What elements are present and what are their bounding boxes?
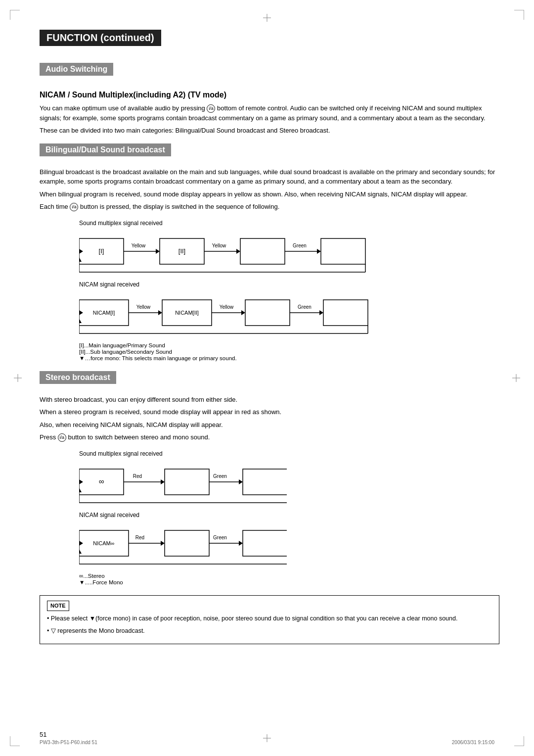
bilingual-header: Bilingual/Dual Sound broadcast	[40, 143, 171, 156]
stereo-legend-1: ∞...Stereo	[79, 573, 499, 579]
bilingual-diagram2-label: NICAM signal received	[79, 281, 499, 288]
svg-marker-35	[319, 310, 323, 315]
bilingual-para2: When bilingual program is received, soun…	[40, 189, 499, 199]
bilingual-para3: Each time i/a button is pressed, the dis…	[40, 202, 499, 212]
page: FUNCTION (continued) Audio Switching NIC…	[0, 0, 534, 756]
bilingual-flow-diagram1: [I] Yellow [II] Yellow Green	[79, 229, 396, 273]
crosshair-top	[263, 14, 271, 22]
svg-marker-12	[317, 249, 321, 254]
svg-text:Green: Green	[298, 304, 312, 310]
button-icon2: i/a	[58, 433, 66, 442]
svg-text:Green: Green	[213, 473, 227, 479]
corner-mark-tl	[10, 10, 20, 20]
svg-marker-3	[156, 249, 160, 254]
svg-text:Red: Red	[133, 473, 142, 479]
svg-rect-37	[323, 300, 368, 326]
svg-text:NICAM[I]: NICAM[I]	[93, 310, 115, 316]
svg-text:NICAM[II]: NICAM[II]	[175, 310, 199, 316]
stereo-para4: Press i/a button to switch between stere…	[40, 432, 499, 442]
svg-text:[II]: [II]	[178, 247, 185, 255]
stereo-para2: When a stereo program is received, sound…	[40, 407, 499, 417]
stereo-diagram1: Sound multiplex signal received ∞ Red Gr…	[79, 450, 499, 504]
crosshair-right	[512, 374, 520, 382]
stereo-diagram2-label: NICAM signal received	[79, 512, 499, 519]
svg-marker-67	[239, 541, 243, 546]
note-bullet-1: • Please select ▼(force mono) in case of…	[47, 614, 492, 623]
stereo-para1: With stereo broadcast, you can enjoy dif…	[40, 395, 499, 405]
bilingual-legend: [I]...Main language/Primary Sound [II]..…	[79, 342, 499, 361]
legend-line-2: [II]...Sub language/Secondary Sound	[79, 349, 499, 355]
bilingual-nicam-diagram: NICAM[I] Yellow NICAM[II] Yellow Green	[79, 290, 396, 334]
nicam-para2: These can be divided into two main categ…	[40, 126, 499, 136]
legend-line-1: [I]...Main language/Primary Sound	[79, 342, 499, 348]
svg-marker-51	[239, 479, 243, 484]
svg-text:Yellow: Yellow	[212, 243, 226, 248]
stereo-legend: ∞...Stereo ▼.....Force Mono	[79, 573, 499, 585]
note-bullet-2: • ▽ represents the Mono broadcast.	[47, 626, 492, 636]
stereo-diagram1-label: Sound multiplex signal received	[79, 450, 499, 457]
svg-text:∞: ∞	[99, 477, 104, 485]
stereo-header: Stereo broadcast	[40, 371, 116, 384]
footer: PW3-3th-P51-P60.indd 51 2006/03/31 9:15:…	[40, 740, 494, 745]
corner-mark-bl	[10, 736, 20, 746]
svg-text:Green: Green	[213, 535, 227, 540]
svg-text:NICAM∞: NICAM∞	[93, 540, 114, 546]
button-icon: i/a	[70, 203, 78, 211]
corner-mark-tr	[514, 10, 524, 20]
remote-icon: i/a	[207, 104, 215, 113]
bilingual-para1: Bilingual broadcast is the broadcast ava…	[40, 167, 499, 187]
footer-left: PW3-3th-P51-P60.indd 51	[40, 740, 97, 745]
svg-text:Yellow: Yellow	[220, 304, 234, 310]
svg-marker-31	[241, 310, 245, 315]
svg-text:Yellow: Yellow	[136, 304, 151, 310]
stereo-flow-diagram1: ∞ Red Green	[79, 459, 287, 504]
audio-switching-header: Audio Switching	[40, 63, 113, 76]
svg-marker-26	[158, 310, 162, 315]
svg-text:Red: Red	[135, 535, 144, 540]
svg-rect-14	[321, 238, 365, 264]
note-section: NOTE • Please select ▼(force mono) in ca…	[40, 595, 499, 644]
nicam-section-title: NICAM / Sound Multiplex(including A2) (T…	[40, 91, 499, 99]
note-label: NOTE	[47, 601, 69, 612]
bilingual-diagram1: Sound multiplex signal received [I] Yell…	[79, 220, 499, 273]
svg-rect-65	[165, 530, 209, 556]
stereo-diagram2: NICAM signal received NICAM∞ Red Green	[79, 512, 499, 565]
svg-rect-10	[240, 238, 285, 264]
page-number: 51	[40, 731, 46, 738]
stereo-legend-2: ▼.....Force Mono	[79, 579, 499, 585]
svg-rect-49	[165, 469, 209, 495]
svg-text:Green: Green	[293, 243, 307, 248]
svg-marker-8	[236, 249, 240, 254]
svg-text:[I]: [I]	[99, 247, 104, 255]
stereo-nicam-diagram: NICAM∞ Red Green	[79, 520, 287, 565]
svg-rect-69	[243, 530, 287, 556]
svg-rect-33	[245, 300, 290, 326]
corner-mark-br	[514, 736, 524, 746]
main-section-header: FUNCTION (continued)	[40, 30, 161, 46]
crosshair-left	[14, 374, 22, 382]
stereo-para3: Also, when receiving NICAM signals, NICA…	[40, 420, 499, 430]
svg-text:Yellow: Yellow	[132, 243, 146, 248]
legend-line-3: ▼…force mono: This selects main language…	[79, 355, 499, 361]
nicam-para1: You can make optimum use of available au…	[40, 103, 499, 123]
bilingual-diagram1-label: Sound multiplex signal received	[79, 220, 499, 227]
svg-rect-53	[243, 469, 287, 495]
bilingual-diagram2: NICAM signal received NICAM[I] Yellow NI…	[79, 281, 499, 334]
footer-right: 2006/03/31 9:15:00	[452, 740, 494, 745]
svg-marker-63	[161, 541, 165, 546]
svg-marker-47	[161, 479, 165, 484]
